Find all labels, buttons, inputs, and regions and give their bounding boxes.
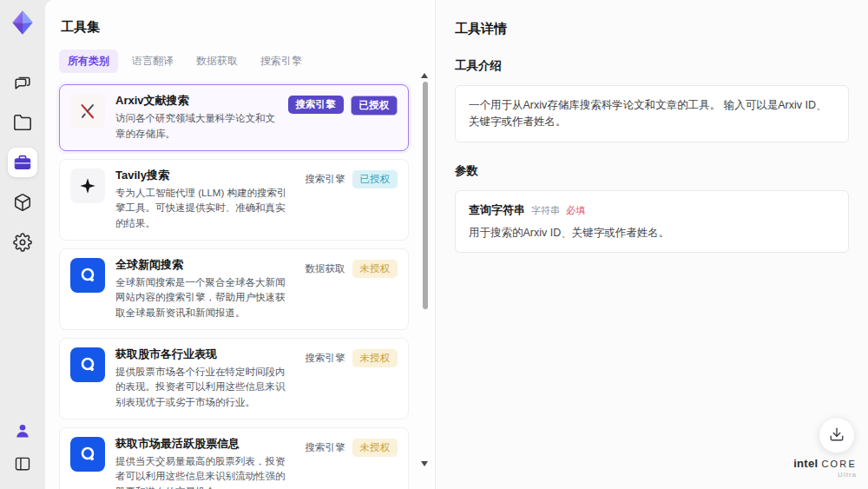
tool-description: 提供股票市场各个行业在特定时间段内的表现。投资者可以利用这些信息来识别表现优于或…: [115, 365, 295, 410]
core-wordmark: CORE: [821, 459, 857, 469]
intel-core-logo: intelCORE Ultra: [793, 456, 857, 479]
tool-list: Arxiv文献搜索访问各个研究领域大量科学论文和文章的存储库。搜索引擎已授权Ta…: [59, 84, 421, 489]
tab-2[interactable]: 语言翻译: [123, 50, 182, 73]
tool-description: 提供当天交易量最高的股票列表，投资者可以利用这些信息来识别流动性强的股票和潜在的…: [115, 454, 295, 489]
param-box: 查询字符串 字符串 必填 用于搜索的Arxiv ID、关键字或作者姓名。: [455, 190, 849, 253]
download-button[interactable]: [819, 417, 855, 453]
tool-badges: 搜索引擎未授权: [306, 347, 398, 410]
tab-4[interactable]: 搜索引擎: [252, 50, 311, 73]
category-badge: 搜索引擎: [288, 96, 344, 114]
sidebar-item-toolbox[interactable]: [8, 148, 37, 177]
tab-1[interactable]: 所有类别: [59, 50, 118, 73]
tool-name: Tavily搜索: [115, 169, 295, 182]
sidebar: [0, 0, 45, 489]
param-name: 查询字符串: [469, 202, 525, 218]
chat-icon: [13, 73, 32, 92]
quark-icon: [70, 437, 105, 472]
tool-description: 专为人工智能代理 (LLM) 构建的搜索引擎工具。可快速提供实时、准确和真实的结…: [115, 186, 295, 231]
tool-card[interactable]: 获取市场最活跃股票信息提供当天交易量最高的股票列表，投资者可以利用这些信息来识别…: [59, 427, 409, 489]
category-tabs: 所有类别语言翻译数据获取搜索引擎: [59, 50, 421, 73]
tool-info: 获取股市各行业表现提供股票市场各个行业在特定时间段内的表现。投资者可以利用这些信…: [115, 347, 295, 410]
scrollbar-up-arrow[interactable]: [421, 73, 428, 78]
category-badge: 数据获取: [306, 260, 345, 278]
scrollbar-down-arrow[interactable]: [421, 461, 428, 466]
tab-3[interactable]: 数据获取: [187, 50, 247, 73]
detail-title: 工具详情: [455, 21, 849, 37]
tool-card[interactable]: Tavily搜索专为人工智能代理 (LLM) 构建的搜索引擎工具。可快速提供实时…: [59, 159, 409, 241]
main-area: 工具集 所有类别语言翻译数据获取搜索引擎 Arxiv文献搜索访问各个研究领域大量…: [45, 0, 868, 489]
tool-name: 获取市场最活跃股票信息: [115, 437, 295, 451]
tool-detail-panel: 工具详情 工具介绍 一个用于从Arxiv存储库搜索科学论文和文章的工具。 输入可…: [436, 0, 868, 489]
tool-name: 全球新闻搜索: [115, 258, 295, 272]
tool-info: 获取市场最活跃股票信息提供当天交易量最高的股票列表，投资者可以利用这些信息来识别…: [115, 437, 295, 489]
intel-wordmark: intel: [793, 457, 818, 470]
sidebar-item-package[interactable]: [8, 188, 37, 217]
category-badge: 搜索引擎: [306, 349, 345, 367]
param-type: 字符串: [531, 204, 560, 217]
tool-card[interactable]: 全球新闻搜索全球新闻搜索是一个聚合全球各大新闻网站内容的搜索引擎，帮助用户快速获…: [59, 248, 409, 330]
tavily-icon: [70, 169, 105, 203]
scrollbar-thumb[interactable]: [423, 82, 428, 309]
intro-text: 一个用于从Arxiv存储库搜索科学论文和文章的工具。 输入可以是Arxiv ID…: [469, 97, 835, 130]
package-icon: [13, 193, 32, 212]
category-badge: 搜索引擎: [306, 170, 345, 188]
param-required-badge: 必填: [566, 204, 585, 217]
param-description: 用于搜索的Arxiv ID、关键字或作者姓名。: [469, 226, 835, 241]
auth-status-badge: 未授权: [352, 260, 398, 278]
auth-status-badge: 已授权: [352, 170, 398, 188]
sidebar-item-user[interactable]: [8, 416, 37, 446]
tool-info: Arxiv文献搜索访问各个研究领域大量科学论文和文章的存储库。: [115, 94, 278, 142]
tool-list-panel: 工具集 所有类别语言翻译数据获取搜索引擎 Arxiv文献搜索访问各个研究领域大量…: [45, 0, 436, 489]
intro-box: 一个用于从Arxiv存储库搜索科学论文和文章的工具。 输入可以是Arxiv ID…: [455, 85, 849, 142]
tool-description: 访问各个研究领域大量科学论文和文章的存储库。: [115, 111, 278, 142]
user-icon: [14, 422, 31, 439]
param-header: 查询字符串 字符串 必填: [469, 202, 835, 218]
panel-icon: [14, 455, 31, 472]
page-title: 工具集: [61, 19, 421, 36]
auth-status-badge: 已授权: [351, 96, 398, 116]
sidebar-item-folder[interactable]: [8, 108, 37, 137]
category-badge: 搜索引擎: [306, 439, 345, 457]
tool-badges: 搜索引擎未授权: [306, 437, 398, 489]
tool-badges: 数据获取未授权: [306, 258, 398, 320]
tool-badges: 搜索引擎已授权: [306, 169, 398, 231]
sidebar-item-settings[interactable]: [8, 228, 37, 257]
settings-icon: [13, 233, 32, 252]
tool-description: 全球新闻搜索是一个聚合全球各大新闻网站内容的搜索引擎，帮助用户快速获取全球最新资…: [115, 275, 295, 320]
params-heading: 参数: [455, 163, 849, 179]
sidebar-item-chat[interactable]: [8, 68, 37, 97]
toolbox-icon: [13, 153, 32, 172]
sidebar-nav: [8, 68, 37, 257]
tool-info: Tavily搜索专为人工智能代理 (LLM) 构建的搜索引擎工具。可快速提供实时…: [115, 169, 295, 231]
intro-heading: 工具介绍: [455, 58, 849, 74]
folder-icon: [13, 113, 32, 132]
tool-card[interactable]: 获取股市各行业表现提供股票市场各个行业在特定时间段内的表现。投资者可以利用这些信…: [59, 338, 409, 420]
auth-status-badge: 未授权: [352, 349, 398, 367]
intel-sub-label: Ultra: [793, 472, 857, 479]
quark-icon: [70, 347, 105, 382]
app-logo-icon[interactable]: [7, 7, 38, 38]
tool-name: Arxiv文献搜索: [115, 94, 278, 108]
quark-icon: [70, 258, 105, 293]
tool-badges: 搜索引擎已授权: [288, 94, 398, 142]
tool-card[interactable]: Arxiv文献搜索访问各个研究领域大量科学论文和文章的存储库。搜索引擎已授权: [59, 84, 409, 151]
download-icon: [829, 426, 845, 445]
sidebar-item-panel[interactable]: [8, 449, 37, 479]
auth-status-badge: 未授权: [352, 439, 398, 457]
arxiv-icon: [70, 94, 105, 129]
tool-info: 全球新闻搜索全球新闻搜索是一个聚合全球各大新闻网站内容的搜索引擎，帮助用户快速获…: [115, 258, 295, 320]
tool-name: 获取股市各行业表现: [115, 347, 295, 361]
sidebar-bottom: [8, 416, 37, 479]
